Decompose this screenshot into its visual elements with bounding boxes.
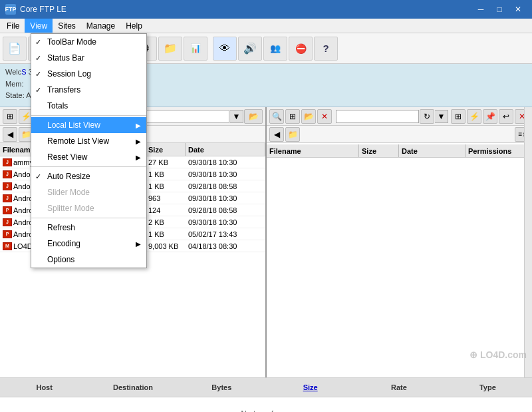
menu-bar: File View Sites Manage Help ✓ ToolBar Mo… (0, 19, 532, 33)
check-status-bar: ✓ (35, 54, 41, 63)
right-pane-btn5[interactable]: 📌 (483, 109, 497, 124)
title-bar-left: FTP Core FTP LE (5, 4, 66, 15)
tb-sep2 (209, 37, 211, 61)
menu-slider-mode: Slider Mode (31, 184, 146, 200)
tb-eye-button[interactable]: 👁 (213, 37, 237, 61)
file-icon: J (3, 218, 12, 226)
right-pane-btn2[interactable]: 📂 (301, 109, 316, 124)
menu-options[interactable]: Options (31, 252, 146, 268)
transfers-area: No transfers... (0, 397, 532, 412)
window-controls: ─ □ ✕ (472, 3, 527, 16)
right-file-list (267, 158, 532, 377)
maximize-button[interactable]: □ (491, 3, 508, 16)
transfer-bar: Host Destination Bytes Size Rate Type (0, 377, 532, 397)
arrow-remote-list-view: ▶ (130, 138, 141, 145)
title-bar: FTP Core FTP LE ─ □ ✕ (0, 0, 532, 19)
menu-transfers[interactable]: ✓ Transfers (31, 82, 146, 98)
tb-block-button[interactable]: ⛔ (289, 37, 313, 61)
file-icon: J (3, 158, 12, 166)
right-pane-btn6[interactable]: ↩ (499, 109, 513, 124)
watermark: ⊕ LO4D.com (469, 349, 527, 360)
check-transfers: ✓ (35, 86, 41, 95)
menu-manage[interactable]: Manage (81, 19, 120, 33)
menu-file[interactable]: File (1, 19, 25, 33)
right-nav-back[interactable]: ◀ (269, 127, 284, 142)
check-session-log: ✓ (35, 70, 41, 79)
file-date-cell: 09/28/18 08:58 (186, 206, 265, 214)
menu-remote-list-view[interactable]: Remote List View ▶ (31, 133, 146, 149)
menu-totals[interactable]: Totals (31, 98, 146, 114)
menu-session-log[interactable]: ✓ Session Log (31, 66, 146, 82)
file-date-cell: 09/30/18 10:30 (186, 170, 265, 178)
menu-status-bar[interactable]: ✓ Status Bar (31, 50, 146, 66)
minimize-button[interactable]: ─ (472, 3, 489, 16)
file-icon: J (3, 194, 12, 202)
right-nav-folder[interactable]: 📁 (285, 127, 300, 142)
right-pane-btn1[interactable]: ⊞ (285, 109, 300, 124)
file-size-cell: 9,003 KB (146, 242, 186, 250)
tb-new-button[interactable]: 📄 (3, 37, 27, 61)
sep2 (31, 166, 146, 167)
check-toolbar-mode: ✓ (35, 38, 41, 47)
menu-sites[interactable]: Sites (53, 19, 81, 33)
tb-help-button[interactable]: ? (314, 37, 338, 61)
file-size-cell: 1 KB (146, 182, 186, 190)
menu-toolbar-mode[interactable]: ✓ ToolBar Mode (31, 34, 146, 50)
right-pane-toolbar: 🔍 ⊞ 📂 ✕ ↻ ▼ ⊞ ⚡ 📌 ↩ ✕ (267, 107, 532, 126)
right-path-dropdown[interactable]: ▼ (435, 110, 448, 123)
right-pane-search[interactable]: 🔍 (269, 109, 284, 124)
tb-people-button[interactable]: 👥 (263, 37, 287, 61)
file-date-cell: 09/30/18 10:30 (186, 194, 265, 202)
file-icon: J (3, 170, 12, 178)
tb-chart-button[interactable]: 📊 (184, 37, 207, 61)
left-nav-back[interactable]: ◀ (3, 127, 17, 142)
right-scrollbar[interactable] (524, 107, 532, 377)
menu-splitter-mode: Splitter Mode (31, 200, 146, 216)
menu-encoding[interactable]: Encoding ▶ (31, 236, 146, 252)
menu-help[interactable]: Help (120, 19, 148, 33)
right-pane-btn3[interactable]: ⊞ (451, 109, 466, 124)
arrow-reset-view: ▶ (130, 154, 141, 161)
right-col-permissions: Permissions (466, 144, 532, 157)
file-icon: P (3, 206, 12, 214)
file-size-cell: 963 (146, 194, 186, 202)
right-col-date: Date (399, 144, 466, 157)
transfer-col-host: Host (0, 383, 88, 391)
menu-refresh[interactable]: Refresh (31, 220, 146, 236)
file-size-cell: 124 (146, 206, 186, 214)
menu-local-list-view[interactable]: Local List View ▶ (31, 117, 146, 133)
sep1 (31, 115, 146, 116)
right-pane-close[interactable]: ✕ (317, 109, 332, 124)
file-size-cell: 27 KB (146, 158, 186, 166)
file-size-cell: 1 KB (146, 170, 186, 178)
right-pane-btn4[interactable]: ⚡ (467, 109, 481, 124)
menu-reset-view[interactable]: Reset View ▶ (31, 149, 146, 165)
file-date-cell: 04/18/13 08:30 (186, 242, 265, 250)
transfer-col-type: Type (444, 383, 532, 391)
left-pane-btn1[interactable]: ⊞ (3, 109, 17, 124)
right-path-input[interactable] (336, 110, 419, 123)
transfer-col-bytes: Bytes (178, 383, 266, 391)
right-col-filename: Filename (267, 144, 359, 157)
close-button[interactable]: ✕ (509, 3, 527, 16)
menu-auto-resize[interactable]: ✓ Auto Resize (31, 168, 146, 184)
left-path-dropdown[interactable]: ▼ (230, 110, 243, 123)
file-size-cell: 1 KB (146, 230, 186, 238)
file-icon: J (3, 182, 12, 190)
right-refresh-btn[interactable]: ↻ (420, 109, 434, 124)
file-size-cell: 2 KB (146, 218, 186, 226)
transfer-col-dest: Destination (88, 383, 177, 391)
app-title: Core FTP LE (20, 5, 66, 14)
transfer-col-rate: Rate (354, 383, 443, 391)
menu-view[interactable]: View (25, 19, 53, 33)
file-icon: M (3, 242, 12, 250)
left-browse-btn[interactable]: 📂 (244, 109, 263, 124)
tb-folder-button[interactable]: 📁 (158, 37, 182, 61)
check-auto-resize: ✓ (35, 172, 41, 181)
right-pane-nav: ◀ 📁 ≡↕ (267, 126, 532, 143)
tb-audio-button[interactable]: 🔊 (238, 37, 262, 61)
transfer-col-size[interactable]: Size (266, 383, 354, 391)
arrow-encoding: ▶ (130, 240, 141, 248)
no-transfers-text: No transfers... (241, 409, 291, 413)
right-file-header: Filename Size Date Permissions (267, 144, 532, 158)
